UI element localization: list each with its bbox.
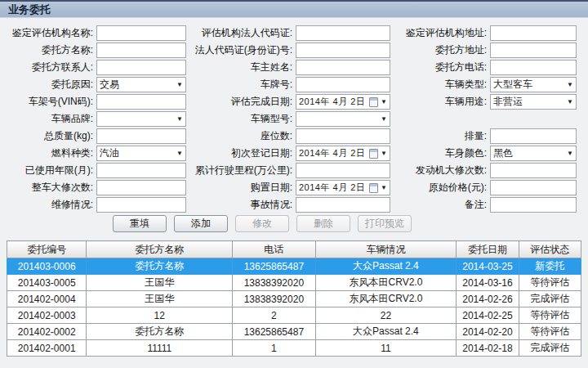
entrust-reason-select[interactable]: 交易▼ [96,77,186,92]
body-color-select[interactable]: 黑色▼ [490,146,577,161]
table-cell[interactable]: 2014-02-20 [457,324,519,340]
table-cell[interactable]: 2 [233,307,315,324]
table-cell[interactable]: 委托方名称 [87,324,233,340]
appraisal-org-address-input[interactable] [490,25,577,41]
table-cell[interactable]: 大众Passat 2.4 [315,258,457,275]
table-cell[interactable]: 王国华 [87,275,233,291]
owner-name-input[interactable] [296,60,390,75]
form-row: 总质量(kg):座位数:排量: [0,128,588,145]
table-cell[interactable]: 1 [233,340,315,357]
table-cell[interactable]: 委托方名称 [87,258,233,275]
table-row[interactable]: 201402-0003122222014-02-25等待评估 [7,307,581,324]
table-row[interactable]: 201402-0002委托方名称13625865487大众Passat 2.42… [7,324,581,340]
plate-number-input[interactable] [296,77,390,92]
table-cell[interactable]: 完成评估 [519,291,581,307]
table-cell[interactable]: 2014-03-16 [457,275,519,291]
vehicle-model-select[interactable]: ▼ [296,111,390,127]
table-cell[interactable]: 新委托 [519,258,581,275]
table-row[interactable]: 201402-0004王国华13838392020东风本田CRV2.02014-… [7,291,581,307]
table-cell[interactable]: 12 [87,307,233,324]
dropdown-arrow-icon: ▼ [379,116,387,123]
select-value: 交易 [100,78,175,92]
form-cell: 鉴定评估机构名称: [7,25,186,41]
legal-code-id-input[interactable] [296,43,390,58]
engine-overhaul-count-input[interactable] [490,163,577,178]
mileage-input[interactable] [296,163,390,178]
table-cell[interactable]: 2014-02-26 [457,291,519,307]
vehicle-brand-select[interactable]: ▼ [96,111,186,127]
form-cell: 车牌号: [186,77,390,92]
table-cell[interactable]: 东风本田CRV2.0 [315,291,457,307]
table-column-header[interactable]: 委托方名称 [87,241,233,258]
remarks-input[interactable] [490,197,577,213]
repair-status-input[interactable] [96,197,186,213]
table-cell[interactable]: 201402-0004 [7,291,87,307]
used-months-input[interactable] [96,163,186,178]
form-cell: 车架号(VIN码): [7,94,186,110]
add-button[interactable]: 添加 [174,215,228,232]
table-column-header[interactable]: 评估状态 [519,241,581,258]
first-register-date-picker[interactable]: 2014年 4月 2日▼ [296,146,390,161]
table-cell[interactable]: 2014-02-18 [457,340,519,357]
appraisal-finish-date-picker[interactable]: 2014年 4月 2日▼ [296,94,390,110]
table-row[interactable]: 201403-0005王国华13838392020东风本田CRV2.02014-… [7,275,581,291]
field-control [296,60,390,75]
vehicle-type-select[interactable]: 大型客车▼ [490,77,577,92]
field-control [296,25,390,41]
table-cell[interactable]: 201403-0006 [7,258,87,275]
purchase-date-picker[interactable]: 2014年 4月 2日▼ [296,180,390,195]
form-row: 委托方名称:法人代码证(身份证)号:委托方地址: [0,42,588,59]
table-row[interactable]: 201402-0001111111112014-02-18完成评估 [7,340,581,357]
table-column-header[interactable]: 委托编号 [7,241,87,258]
form-cell: 燃料种类:汽油▼ [7,146,186,161]
field-label: 车辆品牌: [7,112,96,126]
original-price-input[interactable] [490,180,577,195]
field-label: 购置日期: [186,181,296,195]
table-column-header[interactable]: 车辆情况 [315,241,457,258]
field-label: 车牌号: [186,78,296,92]
seat-count-input[interactable] [296,128,390,144]
table-cell[interactable]: 王国华 [87,291,233,307]
table-cell[interactable]: 13625865487 [233,258,315,275]
table-cell[interactable]: 13838392020 [233,291,315,307]
table-cell[interactable]: 大众Passat 2.4 [315,324,457,340]
displacement-input[interactable] [490,128,577,144]
table-cell[interactable]: 201402-0001 [7,340,87,357]
table-cell[interactable]: 东风本田CRV2.0 [315,275,457,291]
client-phone-input[interactable] [490,60,577,75]
modify-button[interactable]: 修改 [235,215,289,232]
table-cell[interactable]: 等待评估 [519,324,581,340]
table-row[interactable]: 201403-0006委托方名称13625865487大众Passat 2.42… [7,258,581,275]
field-label: 整车大修次数: [7,181,96,195]
table-cell[interactable]: 22 [315,307,457,324]
table-cell[interactable]: 完成评估 [519,340,581,357]
delete-button[interactable]: 删除 [296,215,350,232]
vehicle-overhaul-count-input[interactable] [96,180,186,195]
table-cell[interactable]: 201403-0005 [7,275,87,291]
table-column-header[interactable]: 委托日期 [457,241,519,258]
form-row: 已使用年限(月):累计行驶里程(万公里):发动机大修次数: [0,162,588,179]
table-cell[interactable]: 2014-02-25 [457,307,519,324]
table-column-header[interactable]: 电话 [233,241,315,258]
fuel-type-select[interactable]: 汽油▼ [96,146,186,161]
table-cell[interactable]: 11 [315,340,457,357]
table-cell[interactable]: 11111 [87,340,233,357]
client-address-input[interactable] [490,43,577,58]
accident-status-input[interactable] [296,197,390,213]
table-cell[interactable]: 201402-0002 [7,324,87,340]
appraisal-org-name-input[interactable] [96,25,186,41]
client-contact-input[interactable] [96,60,186,75]
vin-input[interactable] [96,94,186,110]
table-cell[interactable]: 2014-03-25 [457,258,519,275]
org-legal-code-input[interactable] [296,25,390,41]
table-cell[interactable]: 等待评估 [519,307,581,324]
reset-button[interactable]: 重填 [113,215,167,232]
gross-weight-input[interactable] [96,128,186,144]
table-cell[interactable]: 201402-0003 [7,307,87,324]
table-cell[interactable]: 13625865487 [233,324,315,340]
table-cell[interactable]: 等待评估 [519,275,581,291]
table-cell[interactable]: 13838392020 [233,275,315,291]
client-name-input[interactable] [96,43,186,58]
print-preview-button[interactable]: 打印预览 [358,215,412,232]
vehicle-usage-select[interactable]: 非营运▼ [490,94,577,110]
